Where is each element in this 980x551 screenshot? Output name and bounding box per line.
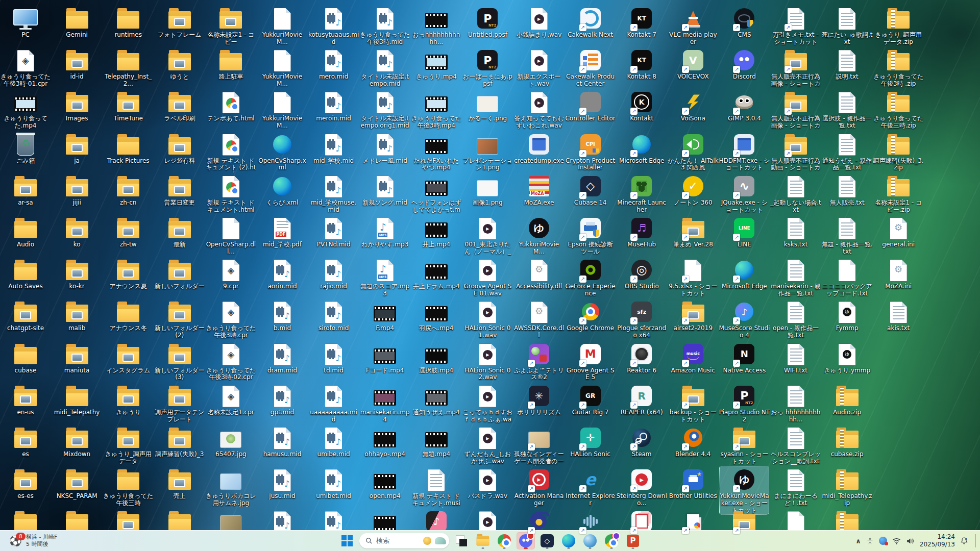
desktop-icon--FX-mp4[interactable]: だれだFXいれたやつ.mp4 (412, 131, 461, 172)
desktop-icon-Brother-Utilities[interactable]: ★↗Brother Utilities (669, 466, 718, 500)
desktop-icon--html[interactable]: テンポあて.html (206, 89, 255, 122)
desktop-icon--[interactable]: 営業日変更 (155, 173, 204, 207)
desktop-icon-Audio[interactable]: Audio (1, 215, 50, 248)
desktop-icon-gpt-mid[interactable]: ♪gpt.mid (258, 383, 307, 416)
desktop-icon-umibe-mid[interactable]: ♪umibe.mid (309, 424, 358, 458)
desktop-icon-zh-tw[interactable]: zh-tw (104, 215, 153, 248)
desktop-icon-001_-_-[interactable]: ▶001_東北きりたん（ノーマル）_今じゃ... (463, 215, 512, 256)
desktop-icon-HDDFMT-exe---[interactable]: ↗HDDFMT.exe - ショートカット (720, 131, 769, 172)
desktop-icon--1---zip[interactable]: 名称未設定1 - コピー.zip (874, 173, 923, 214)
desktop-icon--[interactable]: インスタグラム (104, 341, 153, 374)
desktop-icon-es[interactable]: es (1, 424, 50, 458)
desktop-icon--html[interactable]: 新規 テキスト ドキュメント.html (206, 173, 255, 214)
desktop-icon--3-mid[interactable]: ♪きゅうり食ってた午後3時.mid (360, 5, 409, 46)
desktop-icon-Crypton-Product-Installer[interactable]: CPI↗Crypton Product Installer (566, 131, 615, 172)
desktop-icon--[interactable]: ラベル印刷 (155, 89, 204, 122)
desktop-icon-sirofo-mid[interactable]: ♪sirofo.mid (309, 298, 358, 332)
desktop-icon-zh-cn[interactable]: zh-cn (104, 173, 153, 207)
desktop-icon--t-mp4[interactable]: ヘッドフォンはずしててよかっt.mp4 (412, 173, 461, 214)
desktop-icon-VOICEVOX[interactable]: V↗VOICEVOX (669, 47, 718, 81)
desktop-icon-YukkuriMovieMaker-exe---[interactable]: ゆ↗YukkuriMovieMaker.exe - ショートカット (720, 466, 769, 514)
desktop-icon-midi_Telepathy-zip[interactable]: midi_Telepathy.zip (823, 466, 872, 507)
desktop-icon--[interactable]: 路上駐車 (206, 47, 255, 81)
desktop-icon--1---[interactable]: 名称未設定1 - コピー (206, 5, 255, 46)
desktop-icon--mp4[interactable]: 羽尻へ.mp4 (412, 298, 461, 332)
desktop-icon--1-png[interactable]: 画像1.png (463, 173, 512, 207)
desktop-icon--png[interactable]: かるーく.png (463, 89, 512, 122)
desktop-icon----txt[interactable]: 選択肢 - 親作品一覧.txt (823, 89, 872, 130)
desktop-icon-Epson-[interactable]: ↗Epson 接続診断ツール (566, 215, 615, 256)
desktop-icon--mp3[interactable]: ♪MP3無題のスコア.mp3 (360, 257, 409, 297)
desktop-icon--mp4[interactable]: 通知うぜえ.mp4 (412, 383, 461, 416)
desktop-icon--xml[interactable]: くらび.xml (258, 173, 307, 207)
desktop-icon-mid_-pdf[interactable]: PDFmid_学校.pdf (258, 215, 307, 248)
desktop-icon--[interactable]: ♻ごみ箱 (1, 131, 50, 165)
desktop-icon-Accessibility-dll[interactable]: ⚙Accessibility.dll (514, 257, 564, 290)
desktop-icon--txt[interactable]: 説明.txt (823, 47, 872, 81)
desktop-icon--_3[interactable]: 調声練習(失敗)_3 (155, 424, 204, 458)
desktop-icon-TimeTune[interactable]: TimeTune (104, 89, 153, 122)
desktop-icon-Minecraft-Launcher[interactable]: ↗Minecraft Launcher (617, 173, 666, 214)
desktop-icon--[interactable]: 新しいフォルダー (155, 257, 204, 290)
desktop-icon-Guitar-Rig-7[interactable]: GR↗Guitar Rig 7 (566, 383, 615, 416)
desktop-icon--1-cpr[interactable]: ◈名称未設定1.cpr (206, 383, 255, 416)
desktop-icon-hamusu-mid[interactable]: ♪hamusu.mid (258, 424, 307, 458)
desktop-icon--mp4[interactable]: きゅうり食ってた.mp4 (1, 89, 50, 130)
desktop-icon-PVTNd-mid[interactable]: ♪PVTNd.mid (309, 215, 358, 248)
desktop-icon----[interactable]: ↗無人販売不正行為画像 - ショートカッ... (771, 47, 820, 88)
desktop-icon-HALion-Sonic-02-wav[interactable]: ▶HALion Sonic 02.wav (463, 341, 512, 382)
desktop-icon-Fymmp[interactable]: ゆFymmp (823, 298, 872, 332)
desktop-icon--3-cpr[interactable]: ◈きゅうり食ってた午後3時.cpr (206, 298, 255, 339)
desktop-icon--txt---[interactable]: ↗万引きメモ.txt - ショートカット (771, 5, 820, 46)
desktop-icon--[interactable]: フォトフレーム (155, 5, 204, 39)
desktop-icon----[interactable]: ↗無人販売不正行為動画 - ショートカット (771, 131, 820, 172)
desktop-icon-_-txt[interactable]: _起動しない場合.txt (771, 173, 820, 214)
desktop-icon--zip[interactable]: きゅうり食ってた午後三時.zip (874, 89, 923, 130)
desktop-icon-mid_-muse-mid[interactable]: ♪mid_学校muse.mid (309, 173, 358, 214)
desktop-icon--jpg[interactable]: きゅうりボカコレ用サムネ.jpg (206, 466, 255, 507)
desktop-icon--mp4[interactable]: 井上ドラム.mp4 (412, 257, 461, 290)
desktop-icon-CMS[interactable]: ↗CMS (720, 5, 769, 39)
desktop-icon-Audio-zip[interactable]: Audio.zip (823, 383, 872, 416)
desktop-icon--[interactable]: ゆうと (155, 47, 204, 81)
desktop-icon----[interactable]: ↗無人販売不正行為画像 - ショートカット (771, 89, 820, 130)
desktop-icon-GIMP-3-0-4[interactable]: ↗GIMP 3.0.4 (720, 89, 769, 122)
desktop-icon--mid[interactable]: ♪新規ソング.mid (360, 173, 409, 207)
desktop-icon-HALion-Sonic-01-wav[interactable]: ▶HALion Sonic 01.wav (463, 298, 512, 339)
desktop-icon-manisekarin---txt[interactable]: manisekarin - 親作品一覧.txt (771, 257, 820, 297)
desktop-icon--wav[interactable]: ▶新規エクスポート.wav (514, 47, 564, 88)
desktop-icon-Kontakt-7[interactable]: KT↗Kontakt 7 (617, 5, 666, 39)
desktop-icon--3--01-cpr[interactable]: ◈きゅうり食ってた午後3時-01.cpr (1, 47, 50, 88)
desktop-icon-HALion-Sonic[interactable]: ✛↗HALion Sonic (566, 424, 615, 458)
desktop-icon-YukkuriMovieM-[interactable]: ゆYukkuriMovieM... (514, 215, 564, 256)
desktop-icon--wav[interactable]: ▶こってゅｈｄすおｆｄｓｂふぁ.wav (463, 383, 512, 424)
wifi-icon[interactable] (892, 537, 901, 545)
desktop-icon-9-5-xlsx---[interactable]: ↗9.5.xlsx - ショートカット (669, 257, 718, 297)
desktop-icon-Cakewalk-Next[interactable]: ↗Cakewalk Next (566, 5, 615, 39)
desktop-icon-manisekarin-mp4[interactable]: manisekarin.mp4 (360, 383, 409, 423)
desktop-icon-jijii[interactable]: jijii (53, 173, 102, 207)
desktop-icon-Steinberg-Downlo-[interactable]: ▶↗Steinberg Downlo... (617, 466, 666, 507)
desktop-icon-id-id[interactable]: id-id (53, 47, 102, 81)
desktop-icon-Native-Access[interactable]: N↗Native Access (720, 341, 769, 374)
desktop-icon--3-[interactable]: 新しいフォルダー (3) (155, 341, 204, 382)
desktop-icon-syasinn---[interactable]: ↗syasinn - ショートカット (720, 424, 769, 465)
desktop-icon--wav[interactable]: ▶答え知っててもむずいわこれ.wav (514, 89, 564, 130)
desktop-icon--_-wav[interactable]: ▶ずんだもん_しおかぜふ.wav (463, 424, 512, 465)
desktop-icon--txt[interactable]: ニコニコバックアップコード.txt (823, 257, 872, 297)
desktop-icon-YukkuriMovieM-[interactable]: YukkuriMovieM... (258, 89, 307, 130)
desktop-icon-Cubase-14[interactable]: ◇↗Cubase 14 (566, 173, 615, 207)
desktop-icon--ppsf[interactable]: PNT2おーばーまにあ.ppsf (463, 47, 512, 88)
desktop-icon-VoiSona[interactable]: ↗VoiSona (669, 89, 718, 122)
desktop-icon--mid[interactable]: ♪メドレー風.mid (360, 131, 409, 165)
desktop-icon-Reaktor-6[interactable]: ↗Reaktor 6 (617, 341, 666, 374)
desktop-icon-Kontakt-8[interactable]: KT↗Kontakt 8 (617, 47, 666, 81)
desktop-icon-65407-jpg[interactable]: 65407.jpg (206, 424, 255, 458)
desktop-icon-NKSC_PARAM[interactable]: NKSC_PARAM (53, 466, 102, 500)
desktop-icon----txt[interactable]: 通知うぜえ - 親作品一覧.txt (823, 131, 872, 172)
desktop-icon--hhhhhhhhhhh-[interactable]: おっhhhhhhhhhhh... (412, 5, 461, 46)
desktop-icon-Internet-Explorer[interactable]: e↗Internet Explorer (566, 466, 615, 507)
desktop-icon--_-zip[interactable]: きゅうり_調声用データ.zip (874, 5, 923, 46)
desktop-icon--[interactable]: アナウンス夏 (104, 257, 153, 290)
desktop-icon-Plogue-sforzando-x64[interactable]: sfz↗Plogue sforzando x64 (617, 298, 666, 339)
